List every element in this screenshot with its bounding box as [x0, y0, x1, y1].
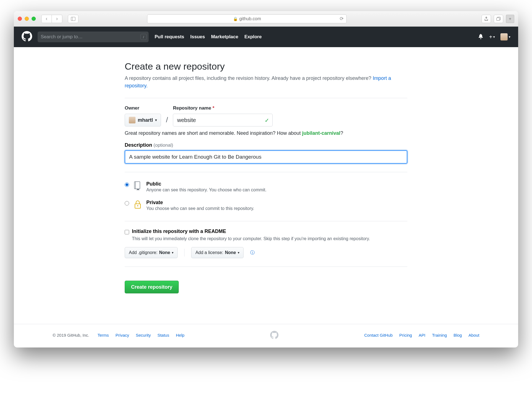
name-hint: Great repository names are short and mem… — [125, 130, 407, 136]
required-indicator: * — [213, 105, 214, 111]
new-dropdown[interactable]: + ▾ — [489, 34, 495, 40]
url-bar[interactable]: 🔒 github.com ⟳ — [147, 14, 347, 23]
footer-left-links: Terms Privacy Security Status Help — [98, 333, 185, 338]
divider — [125, 172, 407, 172]
site-footer: © 2019 GitHub, Inc. Terms Privacy Securi… — [14, 331, 518, 347]
footer-security[interactable]: Security — [136, 333, 151, 338]
svg-rect-0 — [71, 17, 75, 21]
footer-terms[interactable]: Terms — [98, 333, 109, 338]
footer-privacy[interactable]: Privacy — [116, 333, 129, 338]
header-nav: Pull requests Issues Marketplace Explore — [155, 34, 262, 40]
search-placeholder: Search or jump to… — [41, 34, 83, 40]
visibility-public-option[interactable]: Public Anyone can see this repository. Y… — [125, 179, 407, 194]
readme-checkbox[interactable] — [125, 230, 129, 234]
safari-right-controls: + — [482, 15, 514, 23]
gitignore-select[interactable]: Add .gitignore: None ▾ — [125, 247, 178, 258]
page-title: Create a new repository — [125, 61, 407, 72]
visibility-private-option[interactable]: Private You choose who can see and commi… — [125, 198, 407, 213]
browser-window: ‹ › 🔒 github.com ⟳ + Search or jump to… — [14, 11, 518, 347]
github-header: Search or jump to… / Pull requests Issue… — [14, 27, 518, 47]
forward-button[interactable]: › — [52, 15, 62, 23]
name-suggestion[interactable]: jubilant-carnival — [302, 130, 340, 136]
hint-suffix: ? — [340, 130, 343, 136]
svg-point-6 — [137, 205, 138, 206]
github-icon — [22, 31, 32, 42]
license-select[interactable]: Add a license: None ▾ — [191, 247, 244, 258]
svg-rect-2 — [497, 18, 500, 21]
public-title: Public — [146, 181, 267, 187]
tabs-button[interactable] — [494, 15, 503, 23]
optional-text: (optional) — [154, 143, 173, 148]
repository-name-input[interactable] — [173, 114, 273, 126]
owner-repo-row: Owner mhartl ▾ / Repository name * ✓ — [125, 105, 407, 126]
reponame-label: Repository name * — [173, 105, 273, 111]
share-button[interactable] — [482, 15, 491, 23]
public-desc: Anyone can see this repository. You choo… — [146, 187, 267, 192]
reload-icon[interactable]: ⟳ — [340, 16, 344, 22]
footer-training[interactable]: Training — [432, 333, 447, 338]
create-repository-button[interactable]: Create repository — [125, 281, 179, 293]
user-menu[interactable]: ▾ — [500, 33, 510, 40]
license-value: None — [225, 250, 236, 255]
plus-icon: + — [489, 34, 492, 40]
header-right: + ▾ ▾ — [478, 33, 510, 40]
sidebar-toggle-button[interactable] — [68, 15, 78, 23]
slash-separator: / — [165, 116, 169, 126]
footer-pricing[interactable]: Pricing — [399, 333, 412, 338]
minimize-window-button[interactable] — [25, 17, 29, 21]
window-controls — [18, 17, 36, 21]
hint-prefix: Great repository names are short and mem… — [125, 130, 302, 136]
check-icon: ✓ — [265, 117, 269, 124]
footer-about[interactable]: About — [469, 333, 479, 338]
notifications-button[interactable] — [478, 34, 484, 40]
dropdown-row: Add .gitignore: None ▾ Add a license: No… — [125, 247, 407, 258]
footer-status[interactable]: Status — [157, 333, 169, 338]
bell-icon — [478, 34, 484, 39]
private-desc: You choose who can see and commit to thi… — [146, 206, 254, 211]
private-radio[interactable] — [125, 201, 129, 205]
github-icon — [270, 331, 278, 339]
svg-rect-3 — [134, 182, 140, 189]
nav-marketplace[interactable]: Marketplace — [211, 34, 238, 40]
footer-right-links: Contact GitHub Pricing API Training Blog… — [364, 333, 479, 338]
footer-help[interactable]: Help — [176, 333, 185, 338]
license-label: Add a license: — [195, 250, 223, 255]
footer-contact[interactable]: Contact GitHub — [364, 333, 393, 338]
footer-api[interactable]: API — [419, 333, 425, 338]
gitignore-value: None — [159, 250, 170, 255]
maximize-window-button[interactable] — [32, 17, 36, 21]
copyright: © 2019 GitHub, Inc. — [53, 333, 89, 338]
tabs-icon — [496, 17, 501, 21]
close-window-button[interactable] — [18, 17, 22, 21]
footer-blog[interactable]: Blog — [454, 333, 462, 338]
readme-option[interactable]: Initialize this repository with a README… — [125, 229, 407, 242]
gitignore-label: Add .gitignore: — [129, 250, 157, 255]
chevron-down-icon: ▾ — [238, 251, 239, 255]
github-logo[interactable] — [22, 31, 32, 43]
description-input[interactable] — [125, 150, 407, 164]
nav-explore[interactable]: Explore — [244, 34, 262, 40]
owner-select[interactable]: mhartl ▾ — [125, 114, 161, 126]
nav-issues[interactable]: Issues — [190, 34, 205, 40]
private-title: Private — [146, 200, 254, 205]
main-content: Create a new repository A repository con… — [125, 61, 407, 310]
url-text: github.com — [239, 16, 261, 21]
owner-name: mhartl — [138, 117, 153, 123]
divider — [125, 221, 407, 221]
info-icon[interactable]: ⓘ — [250, 250, 255, 256]
description-label: Description (optional) — [125, 142, 407, 148]
back-button[interactable]: ‹ — [41, 15, 52, 23]
avatar — [500, 33, 508, 40]
new-tab-button[interactable]: + — [506, 15, 514, 23]
nav-pull-requests[interactable]: Pull requests — [155, 34, 184, 40]
subtitle-text: A repository contains all project files,… — [125, 75, 373, 81]
slash-shortcut-icon: / — [140, 34, 147, 40]
divider — [14, 324, 518, 324]
reponame-label-text: Repository name — [173, 105, 211, 111]
owner-label: Owner — [125, 105, 161, 111]
owner-field: Owner mhartl ▾ — [125, 105, 161, 126]
footer-logo[interactable] — [185, 331, 364, 339]
public-radio[interactable] — [125, 182, 129, 187]
search-input[interactable]: Search or jump to… / — [38, 32, 149, 42]
safari-toolbar: ‹ › 🔒 github.com ⟳ + — [14, 11, 518, 27]
